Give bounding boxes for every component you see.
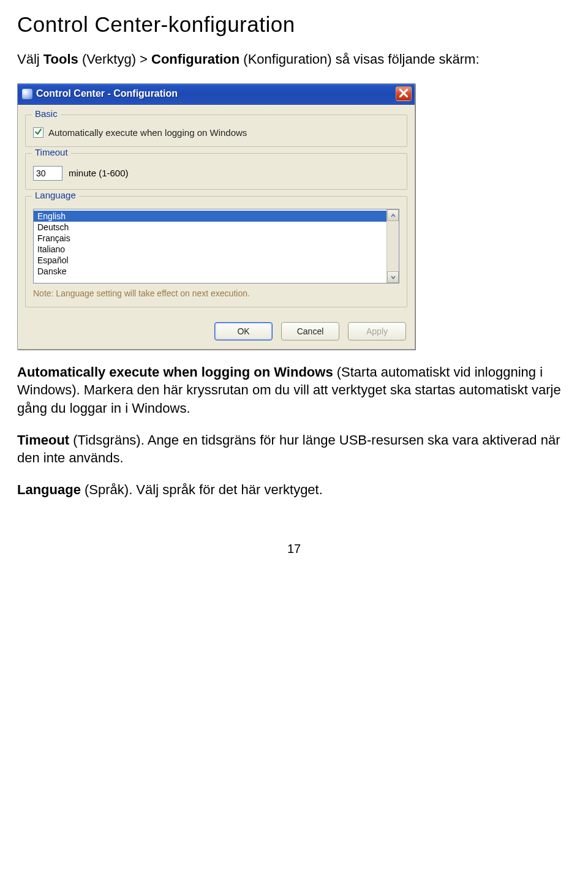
intro-bold-1: Tools bbox=[43, 51, 78, 67]
timeout-row: minute (1-600) bbox=[33, 166, 399, 181]
para2-rest: (Tidsgräns). Ange en tidsgräns för hur l… bbox=[17, 432, 560, 466]
scroll-up-button[interactable] bbox=[387, 209, 399, 221]
page-title: Control Center-konfiguration bbox=[17, 12, 571, 37]
list-item[interactable]: Deutsch bbox=[34, 222, 386, 233]
cancel-button[interactable]: Cancel bbox=[281, 322, 339, 340]
ok-button[interactable]: OK bbox=[214, 322, 273, 340]
timeout-suffix: minute (1-600) bbox=[69, 168, 129, 178]
auto-execute-checkbox[interactable] bbox=[33, 127, 43, 138]
paragraph-auto-execute: Automatically execute when logging on Wi… bbox=[17, 363, 571, 418]
chevron-up-icon bbox=[390, 210, 396, 220]
paragraph-language: Language (Språk). Välj språk för det här… bbox=[17, 481, 571, 499]
apply-button[interactable]: Apply bbox=[348, 322, 406, 340]
close-button[interactable] bbox=[396, 86, 412, 101]
auto-execute-label: Automatically execute when logging on Wi… bbox=[48, 127, 247, 138]
auto-execute-row: Automatically execute when logging on Wi… bbox=[33, 127, 399, 138]
language-list: English Deutsch Français Italiano Españo… bbox=[34, 209, 386, 283]
groupbox-basic-legend: Basic bbox=[32, 108, 61, 119]
app-icon bbox=[22, 89, 32, 99]
intro-text-1: Välj bbox=[17, 51, 43, 67]
scroll-down-button[interactable] bbox=[387, 271, 399, 283]
groupbox-timeout-legend: Timeout bbox=[32, 147, 71, 157]
intro-bold-2: Configuration bbox=[151, 51, 239, 67]
dialog-body: Basic Automatically execute when logging… bbox=[18, 105, 415, 314]
list-item[interactable]: Danske bbox=[34, 266, 386, 277]
titlebar-left: Control Center - Configuration bbox=[22, 88, 178, 99]
groupbox-timeout: Timeout minute (1-600) bbox=[25, 153, 407, 190]
para2-bold: Timeout bbox=[17, 432, 69, 448]
configuration-dialog: Control Center - Configuration Basic Aut… bbox=[17, 83, 415, 350]
groupbox-language: Language English Deutsch Français Italia… bbox=[25, 196, 407, 307]
close-icon bbox=[399, 89, 408, 99]
paragraph-timeout: Timeout (Tidsgräns). Ange en tidsgräns f… bbox=[17, 431, 571, 467]
dialog-titlebar: Control Center - Configuration bbox=[18, 84, 415, 105]
language-listbox[interactable]: English Deutsch Français Italiano Españo… bbox=[33, 209, 399, 284]
scrollbar bbox=[386, 209, 399, 283]
para3-rest: (Språk). Välj språk för det här verktyge… bbox=[81, 482, 323, 497]
check-icon bbox=[34, 127, 42, 138]
list-item[interactable]: Italiano bbox=[34, 244, 386, 255]
chevron-down-icon bbox=[390, 272, 396, 282]
groupbox-basic: Basic Automatically execute when logging… bbox=[25, 115, 407, 147]
language-note: Note: Language setting will take effect … bbox=[33, 288, 399, 298]
timeout-input[interactable] bbox=[33, 166, 62, 181]
groupbox-language-legend: Language bbox=[32, 190, 79, 200]
dialog-button-row: OK Cancel Apply bbox=[18, 314, 415, 349]
scroll-track[interactable] bbox=[387, 221, 399, 271]
intro-paragraph: Välj Tools (Verktyg) > Configuration (Ko… bbox=[17, 50, 571, 69]
para3-bold: Language bbox=[17, 482, 81, 497]
intro-text-2: (Verktyg) > bbox=[78, 51, 151, 67]
list-item[interactable]: Español bbox=[34, 255, 386, 266]
list-item[interactable]: Français bbox=[34, 233, 386, 244]
intro-text-3: (Konfiguration) så visas följande skärm: bbox=[239, 51, 479, 67]
page-number: 17 bbox=[17, 542, 571, 556]
list-item[interactable]: English bbox=[34, 211, 386, 222]
para1-bold: Automatically execute when logging on Wi… bbox=[17, 364, 333, 380]
dialog-title: Control Center - Configuration bbox=[36, 88, 178, 99]
